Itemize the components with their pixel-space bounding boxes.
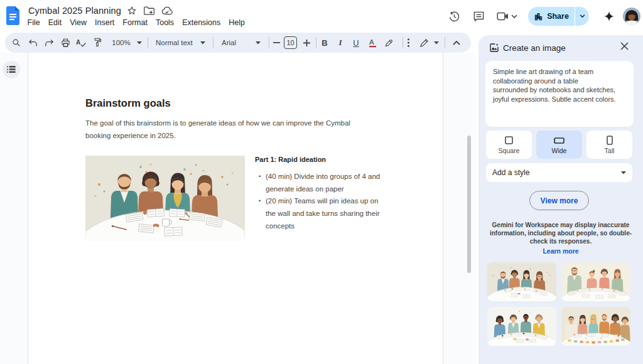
svg-text:A: A — [76, 39, 80, 46]
svg-text:A: A — [369, 38, 374, 46]
